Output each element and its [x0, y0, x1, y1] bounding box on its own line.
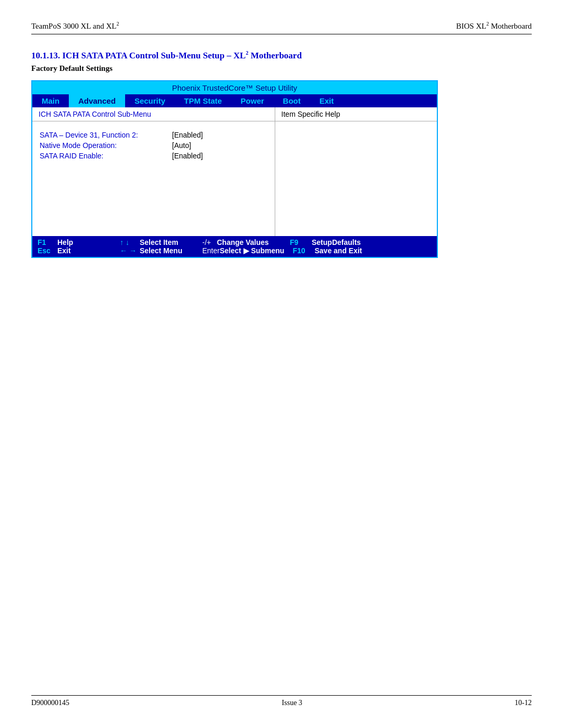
section-title-suffix: Motherboard — [248, 51, 301, 60]
menu-item-tpm-state[interactable]: TPM State — [175, 94, 231, 107]
bios-setup-box: Phoenix TrustedCore™ Setup Utility Main … — [31, 80, 438, 258]
bios-submenu-header: ICH SATA PATA Control Sub-Menu Item Spec… — [32, 107, 437, 121]
footer-key-esc: Esc — [38, 246, 57, 255]
footer-desc-exit: Exit — [57, 246, 120, 255]
footer-arrows-updown: ↑ ↓ — [120, 238, 140, 246]
bios-item-specific-help: Item Specific Help — [275, 107, 437, 121]
footer-select-submenu: Select ▶ Submenu — [219, 246, 292, 255]
header-right: BIOS XL2 Motherboard — [456, 21, 532, 31]
footer-doc-number: D900000145 — [31, 699, 69, 707]
footer-key-f10: F10 — [292, 246, 314, 255]
page-header: TeamPoS 3000 XL and XL2 BIOS XL2 Motherb… — [31, 21, 532, 34]
bios-setting-label-1: Native Mode Operation: — [40, 141, 165, 150]
bios-setting-label-2: SATA RAID Enable: — [40, 152, 165, 160]
menu-item-exit[interactable]: Exit — [310, 94, 344, 107]
bios-left-panel: SATA – Device 31, Function 2: [Enabled] … — [32, 121, 275, 236]
menu-item-main[interactable]: Main — [32, 94, 69, 107]
footer-save-exit: Save and Exit — [314, 246, 362, 255]
footer-issue: Issue 3 — [282, 699, 302, 707]
bios-submenu-title: ICH SATA PATA Control Sub-Menu — [32, 107, 275, 121]
footer-select-menu: Select Menu — [140, 246, 202, 255]
menu-item-security[interactable]: Security — [125, 94, 175, 107]
section-subtitle: Factory Default Settings — [31, 64, 532, 73]
menu-item-boot[interactable]: Boot — [274, 94, 310, 107]
footer-key-f1: F1 — [38, 238, 57, 246]
bios-footer-row-1: F1 Help ↑ ↓ Select Item -/+ Change Value… — [38, 238, 432, 246]
footer-change-values: Change Values — [217, 238, 290, 246]
footer-setup-defaults: Setup — [312, 238, 332, 246]
bios-setting-row-1[interactable]: Native Mode Operation: [Auto] — [40, 141, 267, 150]
footer-defaults: Defaults — [332, 238, 361, 246]
footer-sep-enter: Enter — [202, 246, 219, 255]
bios-right-panel — [275, 121, 437, 236]
section-title-prefix: 10.1.13. ICH SATA PATA Control Sub-Menu … — [31, 51, 246, 60]
bios-setting-row-0[interactable]: SATA – Device 31, Function 2: [Enabled] — [40, 131, 267, 139]
bios-setting-value-2: [Enabled] — [172, 152, 203, 160]
header-left-sup: 2 — [116, 21, 119, 27]
bios-title-bar: Phoenix TrustedCore™ Setup Utility — [32, 81, 437, 94]
footer-sep-plusminus: -/+ — [202, 238, 217, 246]
header-right-text: BIOS XL — [456, 22, 486, 30]
header-left-text: TeamPoS 3000 XL and XL — [31, 22, 116, 30]
menu-item-advanced[interactable]: Advanced — [69, 94, 125, 107]
page-footer: D900000145 Issue 3 10-12 — [31, 695, 532, 707]
footer-select-item: Select Item — [140, 238, 202, 246]
header-right-suffix: Motherboard — [489, 22, 532, 30]
bios-setting-value-1: [Auto] — [172, 141, 191, 150]
bios-footer: F1 Help ↑ ↓ Select Item -/+ Change Value… — [32, 236, 437, 257]
footer-key-f9: F9 — [290, 238, 312, 246]
bios-setting-label-0: SATA – Device 31, Function 2: — [40, 131, 165, 139]
footer-arrows-leftright: ← → — [120, 246, 140, 255]
bios-setting-value-0: [Enabled] — [172, 131, 203, 139]
bios-setting-row-2[interactable]: SATA RAID Enable: [Enabled] — [40, 152, 267, 160]
footer-desc-help: Help — [57, 238, 120, 246]
header-left: TeamPoS 3000 XL and XL2 — [31, 21, 119, 31]
bios-content-area: SATA – Device 31, Function 2: [Enabled] … — [32, 121, 437, 236]
bios-footer-row-2: Esc Exit ← → Select Menu Enter Select ▶ … — [38, 246, 432, 255]
menu-item-power[interactable]: Power — [231, 94, 274, 107]
section-title: 10.1.13. ICH SATA PATA Control Sub-Menu … — [31, 50, 532, 61]
footer-page-number: 10-12 — [515, 699, 532, 707]
bios-menu-bar: Main Advanced Security TPM State Power B… — [32, 94, 437, 107]
